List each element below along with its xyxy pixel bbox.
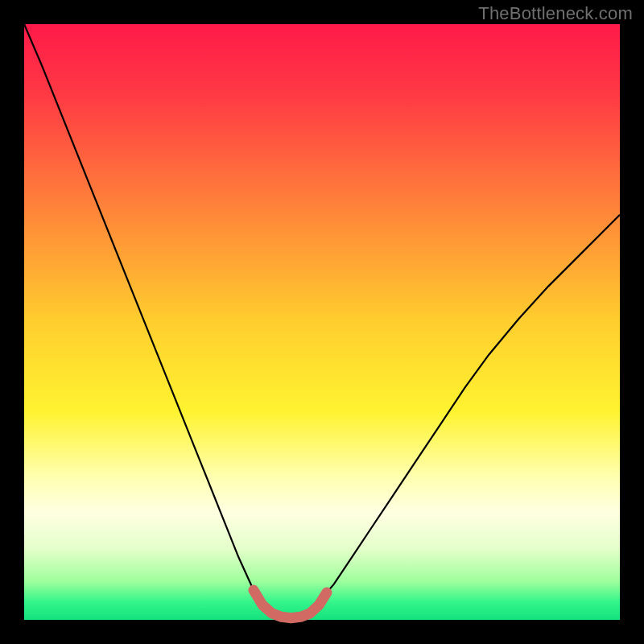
chart-stage: TheBottleneck.com: [0, 0, 644, 644]
bottleneck-curve-chart: [0, 0, 644, 644]
watermark-text: TheBottleneck.com: [478, 3, 633, 24]
plot-background: [24, 24, 620, 620]
